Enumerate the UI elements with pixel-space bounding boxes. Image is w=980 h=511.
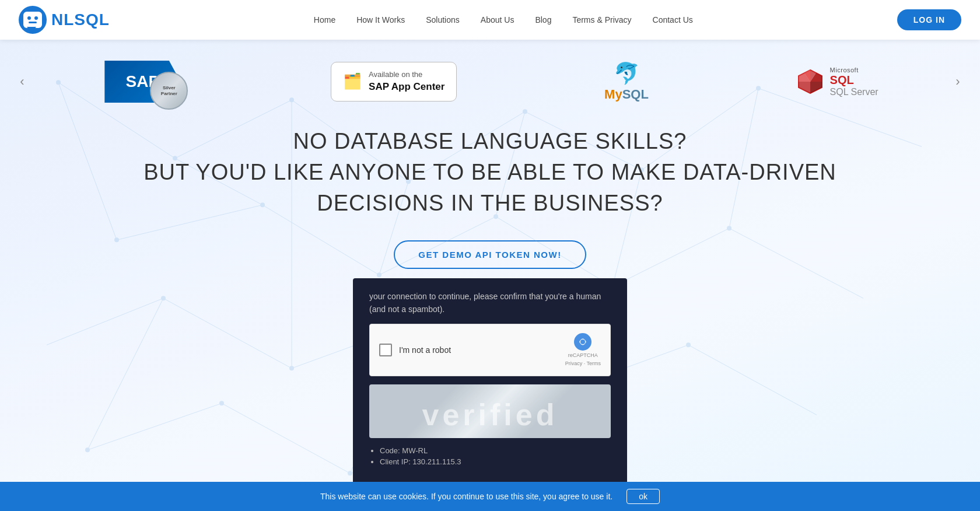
mysql-logo: 🐬 MySQL [604,61,649,102]
svg-line-20 [222,403,350,473]
sap-app-center-badge[interactable]: 🗂️ Available on the SAP App Center [331,62,457,102]
cta-demo-button[interactable]: GET DEMO API TOKEN NOW! [394,240,586,269]
nav-home[interactable]: Home [314,15,335,24]
carousel: ‹ SAP Silver Partner 🗂️ Available on the… [0,40,980,114]
hero-section: NO DATABASE LANGUAGE SKILLS? BUT YOU'D L… [0,114,980,229]
sap-partner-badge: SAP Silver Partner [102,58,183,105]
recaptcha-brand-sub: Privacy · Terms [565,360,601,368]
svg-point-46 [289,366,294,370]
recaptcha-widget[interactable]: I'm not a robot reCAPTCHA Privacy · Term… [369,324,611,376]
svg-point-50 [85,447,90,452]
captcha-code: Code: MW-RL [380,446,611,455]
captcha-dark-box: your connection to continue, please conf… [353,278,627,485]
nav-contact-us[interactable]: Contact Us [653,15,693,24]
svg-point-52 [348,471,352,475]
mysql-dolphin-icon: 🐬 [614,61,640,86]
main-content: ‹ SAP Silver Partner 🗂️ Available on the… [0,40,980,511]
svg-line-30 [88,298,163,450]
nav-links: Home How It Works Solutions About Us Blo… [314,15,693,24]
nav-blog[interactable]: Blog [535,15,551,24]
sap-app-center-text: Available on the SAP App Center [369,69,444,94]
svg-line-13 [47,298,163,345]
svg-line-19 [88,403,222,450]
partner-logos: SAP Silver Partner 🗂️ Available on the S… [33,58,947,105]
recaptcha-branding: reCAPTCHA Privacy · Terms [565,332,601,367]
navbar: NLSQL Home How It Works Solutions About … [0,0,980,40]
cookie-message: This website can use cookies. If you con… [320,492,612,501]
captcha-ip: Client IP: 130.211.115.3 [380,457,611,466]
cookie-bar: This website can use cookies. If you con… [0,482,980,511]
cta-area: GET DEMO API TOKEN NOW! [0,229,980,278]
carousel-next-button[interactable]: › [947,71,968,92]
mssql-icon [796,68,824,96]
captcha-info-list: Code: MW-RL Client IP: 130.211.115.3 [369,446,611,466]
logo-icon [19,6,47,34]
wallet-icon: 🗂️ [343,72,362,90]
svg-marker-56 [810,82,822,93]
hero-line3: DECISIONS IN THE BUSINESS? [23,188,957,219]
mysql-text: MySQL [604,87,649,102]
svg-line-18 [688,345,817,415]
logo[interactable]: NLSQL [19,6,110,34]
captcha-label: I'm not a robot [399,345,451,355]
svg-point-49 [686,342,691,347]
captcha-left: I'm not a robot [379,344,451,356]
svg-point-45 [161,296,166,300]
nav-terms-privacy[interactable]: Terms & Privacy [572,15,631,24]
captcha-overlay: your connection to continue, please conf… [353,278,627,485]
logo-text: NLSQL [51,10,110,29]
recaptcha-brand-text: reCAPTCHA [568,352,598,359]
svg-point-61 [580,340,585,344]
captcha-verified-image: verified [369,384,611,438]
hero-heading: NO DATABASE LANGUAGE SKILLS? BUT YOU'D L… [23,126,957,219]
cookie-ok-button[interactable]: ok [626,489,660,504]
sap-silver-partner-label: Silver Partner [150,72,188,110]
hero-line1: NO DATABASE LANGUAGE SKILLS? [23,126,957,157]
captcha-message: your connection to continue, please conf… [369,290,611,316]
login-button[interactable]: LOG IN [897,9,961,30]
svg-marker-57 [799,82,810,93]
carousel-prev-button[interactable]: ‹ [12,71,33,92]
nav-solutions[interactable]: Solutions [426,15,460,24]
svg-line-14 [163,298,292,368]
mssql-logo: Microsoft SQL SQL Server [796,66,878,97]
nav-about-us[interactable]: About Us [481,15,514,24]
hero-line2: BUT YOU'D LIKE ANYONE TO BE ABLE TO MAKE… [23,157,957,188]
nav-how-it-works[interactable]: How It Works [356,15,405,24]
mssql-text: Microsoft SQL SQL Server [830,66,878,97]
recaptcha-logo-icon [573,332,592,351]
svg-point-51 [219,401,224,405]
captcha-checkbox[interactable] [379,344,392,356]
